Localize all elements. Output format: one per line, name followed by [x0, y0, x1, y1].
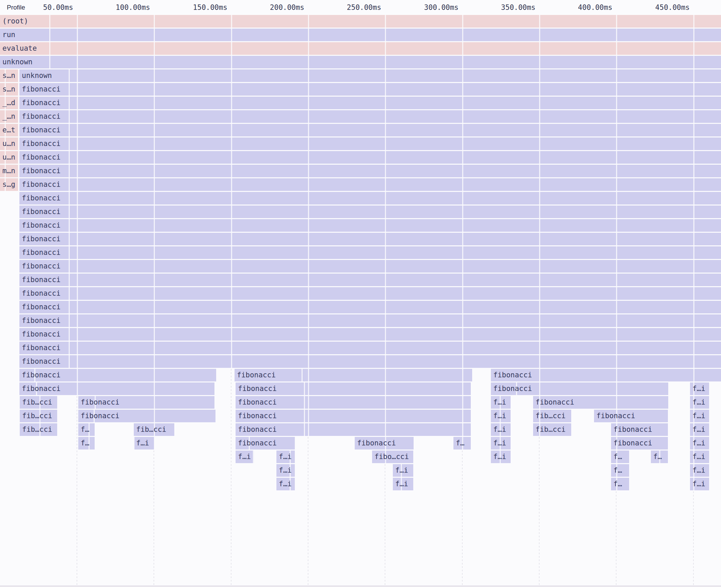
- flame-bar[interactable]: e…t: [0, 124, 18, 136]
- flame-bar[interactable]: fibonacci: [236, 382, 471, 395]
- flame-bar[interactable]: fibonacci: [611, 437, 668, 450]
- flame-bar[interactable]: f…: [78, 423, 95, 436]
- flame-bar[interactable]: fibonacci: [611, 423, 668, 436]
- flame-bar[interactable]: f…: [611, 478, 629, 490]
- flame-bar[interactable]: f…: [453, 437, 471, 450]
- flame-bar[interactable]: f…i: [491, 410, 511, 422]
- flame-bar[interactable]: f…i: [393, 478, 413, 490]
- flame-bar[interactable]: f…i: [276, 464, 295, 477]
- flame-row: fibonaccifibonaccifibonaccif…i: [0, 382, 721, 395]
- flame-bar[interactable]: fibonacci: [19, 151, 721, 164]
- flame-bar[interactable]: fibonacci: [19, 219, 721, 232]
- flame-row: fibonacci: [0, 233, 721, 245]
- flame-bar[interactable]: fibonacci: [19, 137, 721, 150]
- flame-bar[interactable]: fibonacci: [19, 301, 721, 313]
- flame-bar[interactable]: f…i: [134, 437, 154, 450]
- flame-bar[interactable]: fib…cci: [533, 410, 571, 422]
- flame-row: fibonacci: [0, 355, 721, 368]
- flame-bar[interactable]: f…: [78, 437, 95, 450]
- flame-bar[interactable]: fibonacci: [236, 410, 471, 422]
- flame-bar[interactable]: u…n: [0, 151, 18, 164]
- flame-bar[interactable]: fibonacci: [19, 342, 721, 354]
- flame-bar[interactable]: f…i: [690, 437, 709, 450]
- flame-bar[interactable]: fibonacci: [236, 423, 471, 436]
- flame-bar[interactable]: fibonacci: [78, 410, 215, 422]
- flame-bar[interactable]: run: [0, 29, 721, 41]
- flame-bar[interactable]: f…i: [690, 478, 709, 490]
- flame-bar[interactable]: f…: [651, 451, 668, 463]
- flame-bar[interactable]: fib…cci: [20, 410, 57, 422]
- flame-bar[interactable]: fibonacci: [19, 246, 721, 259]
- flame-bar[interactable]: f…i: [491, 396, 511, 409]
- flame-row: fib…ccifibonaccifibonaccif…ifibonaccif…i: [0, 396, 721, 409]
- flame-bar[interactable]: (root): [0, 15, 721, 28]
- flame-bar[interactable]: fibonacci: [19, 369, 216, 381]
- flame-bar[interactable]: s…n: [0, 69, 18, 82]
- flame-bar[interactable]: f…i: [276, 451, 295, 463]
- flame-bar[interactable]: fibonacci: [491, 382, 668, 395]
- flame-bar[interactable]: fibonacci: [19, 124, 721, 136]
- flame-bar[interactable]: f…: [611, 464, 629, 477]
- flame-bar[interactable]: s…g: [0, 178, 18, 191]
- flame-chart[interactable]: (root)runevaluateunknowns…nunknowns…nfib…: [0, 0, 721, 588]
- flame-bar[interactable]: fibonacci: [78, 396, 214, 409]
- flame-bar[interactable]: f…i: [690, 410, 709, 422]
- flame-bar[interactable]: evaluate: [0, 42, 721, 55]
- flame-bar[interactable]: f…i: [491, 451, 511, 463]
- flame-bar[interactable]: _…n: [0, 110, 18, 123]
- flame-bar[interactable]: fibonacci: [236, 437, 295, 450]
- profiler-app: (root)runevaluateunknowns…nunknowns…nfib…: [0, 0, 721, 588]
- flame-bar[interactable]: fibonacci: [19, 382, 214, 395]
- flame-bar[interactable]: f…i: [276, 478, 295, 490]
- flame-bar[interactable]: fibonacci: [19, 287, 721, 300]
- flame-bar[interactable]: unknown: [0, 56, 721, 68]
- flame-bar[interactable]: unknown: [19, 69, 721, 82]
- flame-bar[interactable]: f…i: [491, 437, 511, 450]
- time-tick-label: 100.00ms: [116, 0, 150, 15]
- flame-bar[interactable]: f…i: [690, 451, 709, 463]
- flame-bar[interactable]: f…i: [690, 464, 709, 477]
- flame-bar[interactable]: fibonacci: [19, 97, 721, 109]
- flame-row: f…if…ifibo…ccif…if…f…f…i: [0, 451, 721, 463]
- flame-bar[interactable]: fibonacci: [236, 396, 471, 409]
- flame-row: f…if…if…f…i: [0, 464, 721, 477]
- flame-bar[interactable]: fibonacci: [19, 192, 721, 205]
- time-tick-label: 400.00ms: [578, 0, 612, 15]
- flame-bar[interactable]: fib…cci: [20, 396, 57, 409]
- flame-bar[interactable]: fibonacci: [19, 274, 721, 286]
- flame-bar[interactable]: f…i: [690, 382, 709, 395]
- flame-bar[interactable]: s…n: [0, 83, 18, 96]
- flame-bar[interactable]: f…i: [690, 396, 709, 409]
- flame-bar[interactable]: fibo…cci: [372, 451, 413, 463]
- flame-bar[interactable]: fibonacci: [19, 260, 721, 273]
- flame-bar[interactable]: fibonacci: [19, 355, 721, 368]
- flame-bar[interactable]: f…i: [690, 423, 709, 436]
- flame-bar[interactable]: fib…cci: [533, 423, 571, 436]
- flame-bar[interactable]: fibonacci: [19, 314, 721, 327]
- flame-bar[interactable]: fibonacci: [19, 110, 721, 123]
- flame-bar[interactable]: fibonacci: [19, 178, 721, 191]
- flame-row: fibonacci: [0, 260, 721, 273]
- flame-bar[interactable]: f…i: [393, 464, 413, 477]
- flame-bar[interactable]: fib…cci: [20, 423, 57, 436]
- flame-bar[interactable]: fibonacci: [355, 437, 414, 450]
- flame-row: f…if…if…f…i: [0, 478, 721, 490]
- flame-bar[interactable]: fibonacci: [533, 396, 668, 409]
- flame-bar[interactable]: f…i: [491, 423, 511, 436]
- flame-bar[interactable]: f…: [611, 451, 629, 463]
- flame-bar[interactable]: f…i: [236, 451, 254, 463]
- flame-bar[interactable]: fibonacci: [19, 328, 721, 341]
- flame-bar[interactable]: fibonacci: [594, 410, 668, 422]
- flame-bar[interactable]: fibonacci: [19, 206, 721, 218]
- flame-bar[interactable]: _…d: [0, 97, 18, 109]
- flame-bar[interactable]: fib…cci: [134, 423, 174, 436]
- time-tick-label: 350.00ms: [501, 0, 535, 15]
- flame-bar[interactable]: fibonacci: [19, 165, 721, 177]
- flame-bar[interactable]: fibonacci: [491, 369, 721, 381]
- flame-row: u…nfibonacci: [0, 137, 721, 150]
- flame-bar[interactable]: m…n: [0, 165, 18, 177]
- flame-bar[interactable]: fibonacci: [19, 233, 721, 245]
- flame-bar[interactable]: u…n: [0, 137, 18, 150]
- flame-bar[interactable]: fibonacci: [19, 83, 721, 96]
- flame-bar[interactable]: fibonacci: [235, 369, 472, 381]
